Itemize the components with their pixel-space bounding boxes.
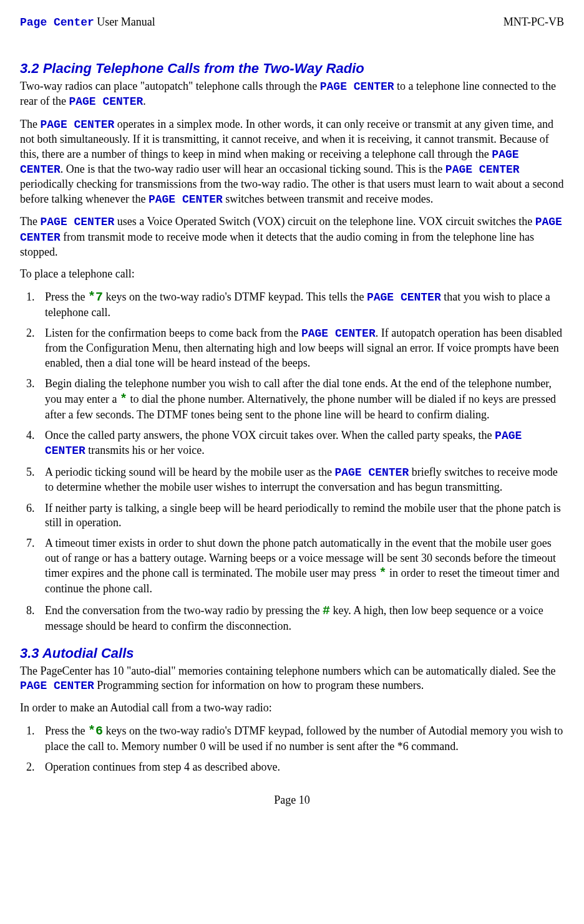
text: The PageCenter has 10 "auto-dial" memori… [20, 665, 555, 677]
list-item: Once the called party answers, the phone… [37, 428, 564, 459]
text: uses a Voice Operated Switch (VOX) circu… [114, 215, 535, 228]
s33-p1: The PageCenter has 10 "auto-dial" memori… [20, 664, 564, 694]
page-center-term: PAGE CENTER [334, 466, 409, 479]
page-center-term: PAGE CENTER [320, 80, 394, 93]
doc-id: MNT-PC-VB [504, 15, 564, 30]
s33-p2: In order to make an Autodial call from a… [20, 701, 564, 715]
text: The [20, 215, 40, 228]
page-center-term: PAGE CENTER [367, 291, 441, 304]
list-item: Press the *7 keys on the two-way radio's… [37, 289, 564, 320]
text: from transmit mode to receive mode when … [20, 231, 534, 258]
page-center-term: PAGE CENTER [69, 95, 143, 108]
text: . [143, 95, 146, 107]
keycode: * [379, 566, 387, 580]
text: switches between transmit and receive mo… [223, 193, 433, 205]
page-footer: Page 10 [20, 793, 564, 807]
text: Once the called party answers, the phone… [45, 429, 495, 441]
text: keys on the two-way radio's DTMF keypad,… [45, 724, 563, 753]
page-header: Page Center User Manual MNT-PC-VB [20, 15, 564, 30]
text: Press the [45, 291, 88, 303]
keycode: # [323, 604, 330, 618]
section-3-3-heading: 3.3 Autodial Calls [20, 645, 564, 663]
text: End the conversation from the two-way ra… [45, 604, 323, 617]
page-center-term: PAGE CENTER [148, 193, 223, 206]
list-item: If neither party is talking, a single be… [37, 501, 564, 531]
list-item: A timeout timer exists in order to shut … [37, 536, 564, 596]
list-item: Press the *6 keys on the two-way radio's… [37, 723, 564, 754]
text: . One is that the two-way radio user wil… [61, 163, 445, 175]
list-item: Operation continues from step 4 as descr… [37, 760, 564, 774]
list-item: A periodic ticking sound will be heard b… [37, 465, 564, 495]
s33-steps: Press the *6 keys on the two-way radio's… [20, 723, 564, 775]
page-center-term: PAGE CENTER [40, 216, 114, 228]
keycode: *7 [88, 290, 103, 304]
brand-name: Page Center [20, 16, 94, 29]
list-item: Begin dialing the telephone number you w… [37, 377, 564, 422]
keycode: * [120, 392, 127, 407]
list-item: Listen for the confirmation beeps to com… [37, 326, 564, 370]
s32-p1: Two-way radios can place "autopatch" tel… [20, 79, 564, 110]
section-3-2-heading: 3.2 Placing Telephone Calls from the Two… [20, 60, 564, 78]
text: transmits his or her voice. [85, 444, 205, 456]
s32-p3: The PAGE CENTER uses a Voice Operated Sw… [20, 214, 564, 259]
s32-steps: Press the *7 keys on the two-way radio's… [20, 289, 564, 633]
text: The [20, 118, 40, 130]
text: Press the [45, 724, 88, 737]
s32-p4: To place a telephone call: [20, 267, 564, 281]
title-suffix: User Manual [94, 16, 155, 28]
keycode: *6 [88, 724, 103, 738]
page-center-term: PAGE CENTER [301, 327, 376, 340]
text: A periodic ticking sound will be heard b… [45, 466, 334, 478]
header-left: Page Center User Manual [20, 15, 155, 30]
text: Two-way radios can place "autopatch" tel… [20, 80, 320, 92]
list-item: End the conversation from the two-way ra… [37, 603, 564, 633]
s32-p2: The PAGE CENTER operates in a simplex mo… [20, 117, 564, 207]
text: Programming section for information on h… [94, 679, 424, 691]
text: keys on the two-way radio's DTMF keypad.… [103, 291, 367, 303]
text: Listen for the confirmation beeps to com… [45, 327, 301, 339]
page-center-term: PAGE CENTER [20, 680, 94, 692]
page-center-term: PAGE CENTER [445, 163, 520, 176]
page-center-term: PAGE CENTER [40, 118, 114, 131]
